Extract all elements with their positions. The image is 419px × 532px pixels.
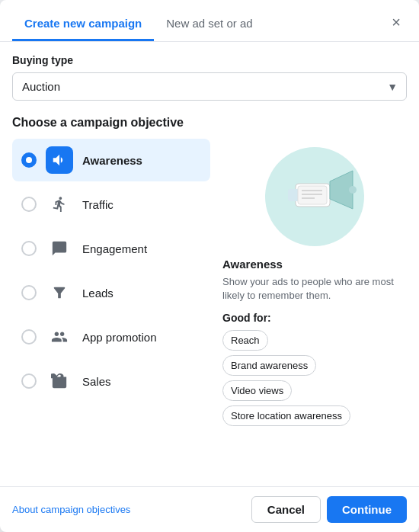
awareness-icon xyxy=(51,152,68,168)
engagement-label: Engagement xyxy=(82,242,147,255)
tab-create-campaign[interactable]: Create new campaign xyxy=(12,9,154,41)
engagement-icon-box xyxy=(46,235,73,262)
objective-awareness[interactable]: Awareness xyxy=(12,139,210,181)
app-promotion-label: App promotion xyxy=(82,331,157,344)
good-for-label: Good for: xyxy=(222,312,407,324)
radio-engagement xyxy=(21,241,37,256)
tag-brand-awareness: Brand awareness xyxy=(222,355,316,376)
objective-app-promotion[interactable]: App promotion xyxy=(12,316,210,358)
modal-body: Buying type Auction ▼ Choose a campaign … xyxy=(0,42,419,474)
modal-footer: About campaign objectives Cancel Continu… xyxy=(0,486,419,532)
traffic-label: Traffic xyxy=(82,198,114,211)
leads-icon-box xyxy=(46,279,73,306)
svg-point-9 xyxy=(349,186,357,194)
radio-leads xyxy=(21,285,37,300)
close-button[interactable]: × xyxy=(385,11,407,33)
sales-label: Sales xyxy=(82,375,111,388)
modal-header: Create new campaign New ad set or ad × xyxy=(0,0,419,42)
radio-app-promotion xyxy=(21,329,37,345)
cancel-button[interactable]: Cancel xyxy=(251,496,321,523)
radio-traffic xyxy=(21,197,37,212)
engagement-icon xyxy=(51,240,68,257)
awareness-illustration xyxy=(254,142,376,248)
traffic-icon-box xyxy=(46,191,73,218)
svg-rect-5 xyxy=(298,186,327,204)
awareness-label: Awareness xyxy=(82,154,142,167)
objective-traffic[interactable]: Traffic xyxy=(12,183,210,226)
about-objectives-link[interactable]: About campaign objectives xyxy=(12,504,130,515)
buying-type-select-wrapper: Auction ▼ xyxy=(12,72,407,101)
sales-icon xyxy=(51,373,68,389)
tag-reach: Reach xyxy=(222,330,268,351)
section-title: Choose a campaign objective xyxy=(12,116,407,130)
footer-buttons: Cancel Continue xyxy=(251,496,407,523)
objective-sales[interactable]: Sales xyxy=(12,360,210,402)
awareness-icon-box xyxy=(46,146,73,174)
app-promotion-icon-box xyxy=(46,323,73,351)
tag-video-views: Video views xyxy=(222,380,292,401)
tag-store-location: Store location awareness xyxy=(222,405,350,426)
awareness-svg xyxy=(254,142,376,248)
buying-type-label: Buying type xyxy=(12,54,407,66)
app-promotion-icon xyxy=(51,328,68,345)
detail-title: Awareness xyxy=(222,258,407,271)
content-area: Awareness Traffic xyxy=(12,139,407,474)
objectives-list: Awareness Traffic xyxy=(12,139,210,474)
tags-list: Reach Brand awareness Video views Store … xyxy=(222,330,407,426)
objective-engagement[interactable]: Engagement xyxy=(12,227,210,270)
leads-label: Leads xyxy=(82,287,114,300)
traffic-icon xyxy=(51,196,68,213)
modal-dialog: Create new campaign New ad set or ad × B… xyxy=(0,0,419,532)
radio-sales xyxy=(21,373,37,389)
radio-dot xyxy=(26,157,32,163)
leads-icon xyxy=(51,284,68,301)
radio-awareness xyxy=(21,152,37,168)
tab-new-ad-set[interactable]: New ad set or ad xyxy=(154,9,264,41)
continue-button[interactable]: Continue xyxy=(327,496,407,523)
buying-type-select[interactable]: Auction xyxy=(12,72,407,101)
sales-icon-box xyxy=(46,367,73,395)
detail-panel: Awareness Show your ads to people who ar… xyxy=(222,139,407,474)
detail-description: Show your ads to people who are most lik… xyxy=(222,275,407,303)
objective-leads[interactable]: Leads xyxy=(12,271,210,314)
